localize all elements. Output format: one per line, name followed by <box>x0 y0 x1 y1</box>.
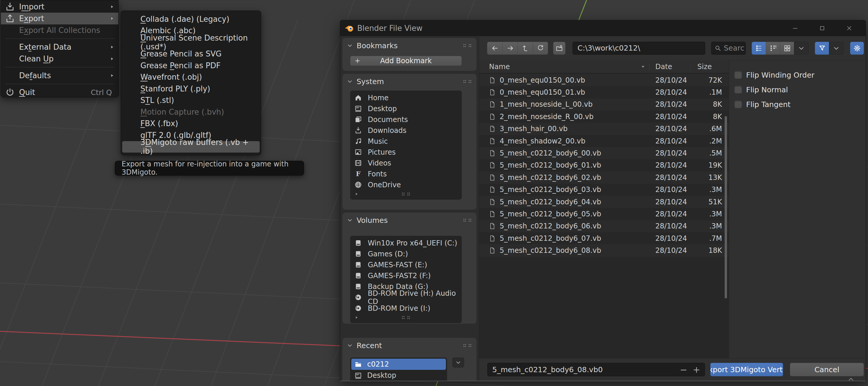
parent-directory-button[interactable] <box>518 42 533 55</box>
directory-path-field[interactable]: C:\3\work\c0212\ <box>572 42 705 55</box>
filename-input[interactable]: 5_mesh_c0212_body6_08.vb0 − + <box>487 363 705 376</box>
filter-toggle-button[interactable] <box>815 42 829 55</box>
sidebar-item-home[interactable]: Home <box>350 92 462 103</box>
file-row[interactable]: 5_mesh_c0212_body6_07.vb28/10/24.7M <box>479 232 729 244</box>
volumes-header[interactable]: Volumes <box>342 215 476 226</box>
filename-increment-button[interactable]: + <box>690 363 702 376</box>
export-confirm-button[interactable]: Export 3DMigoto Vert... <box>710 363 783 376</box>
sidebar-item-music[interactable]: Music <box>350 136 462 147</box>
recent-header[interactable]: Recent <box>342 340 476 351</box>
search-input[interactable]: Searc <box>711 42 746 55</box>
list-footer <box>350 190 462 198</box>
sidebar-item-games-fast2-f-[interactable]: GAMES-FAST2 (F:) <box>350 270 462 281</box>
sidebar-item-documents[interactable]: Documents <box>350 114 462 125</box>
file-row[interactable]: 4_mesh_shadow2_00.vb28/10/24.2M <box>479 135 729 147</box>
submenu-item-stl-stl-[interactable]: STL (.stl) <box>122 95 260 107</box>
view-horizontal-list-button[interactable] <box>766 42 780 55</box>
refresh-button[interactable] <box>533 42 548 55</box>
create-directory-button[interactable] <box>553 42 565 55</box>
file-row[interactable]: 5_mesh_c0212_body6_03.vb28/10/24.3M <box>479 184 729 196</box>
file-row[interactable]: 5_mesh_c0212_body6_01.vb28/10/2419K <box>479 159 729 171</box>
grip-handle-icon[interactable] <box>463 79 472 84</box>
menu-item-defaults[interactable]: Defaults <box>1 70 118 82</box>
triangle-right-icon[interactable] <box>354 192 359 197</box>
file-row[interactable]: 5_mesh_c0212_body6_02.vb28/10/2413K <box>479 171 729 183</box>
minimize-button[interactable] <box>782 22 809 35</box>
recent-item-c0212[interactable]: c0212 <box>351 359 446 370</box>
grip-handle-icon[interactable] <box>463 218 472 222</box>
sidebar-item-pictures[interactable]: Pictures <box>350 147 462 157</box>
view-vertical-list-button[interactable] <box>752 42 766 55</box>
file-icon <box>489 174 496 181</box>
settings-button[interactable] <box>850 42 864 55</box>
sidebar-item-label: BD-ROM Drive (H:) Audio CD <box>368 289 458 306</box>
submenu-item-fbx-fbx-[interactable]: FBX (.fbx) <box>122 118 260 130</box>
column-header-name[interactable]: Name <box>479 63 510 71</box>
file-list-scrollbar[interactable] <box>725 116 727 298</box>
checkbox-unchecked[interactable] <box>734 71 742 79</box>
system-header[interactable]: System <box>342 76 476 87</box>
chevron-up-icon[interactable] <box>846 376 856 381</box>
submenu-item-grease-pencil-as-pdf[interactable]: Grease Pencil as PDF <box>122 60 260 71</box>
file-row[interactable]: 1_mesh_noseside_L_00.vb28/10/248K <box>479 98 729 111</box>
back-button[interactable] <box>487 42 502 55</box>
grip-handle-icon[interactable] <box>402 316 410 320</box>
sidebar-item-onedrive[interactable]: OneDrive <box>350 179 462 190</box>
submenu-item-motion-capture-bvh-[interactable]: Motion Capture (.bvh) <box>122 106 260 118</box>
file-row[interactable]: 5_mesh_c0212_body6_00.vb28/10/24.5M <box>479 147 729 159</box>
menu-item-external-data[interactable]: External Data <box>1 41 118 53</box>
sidebar-item-games-fast-e-[interactable]: GAMES-FAST (E:) <box>350 259 462 270</box>
sidebar-item-fonts[interactable]: FFonts <box>350 169 462 179</box>
menu-item-import[interactable]: Import <box>1 1 118 12</box>
sidebar-item-bd-rom-drive-h-audio-cd[interactable]: BD-ROM Drive (H:) Audio CD <box>350 292 462 303</box>
recent-item-desktop[interactable]: Desktop <box>351 370 446 381</box>
window-titlebar[interactable]: Blender File View <box>340 20 866 36</box>
sidebar-item-games-d-[interactable]: Games (D:) <box>350 248 462 259</box>
sidebar-item-downloads[interactable]: Downloads <box>350 125 462 136</box>
file-browser-footer: 5_mesh_c0212_body6_08.vb0 − + Export 3DM… <box>479 358 866 381</box>
sidebar-item-label: Videos <box>368 159 391 167</box>
recent-options-button[interactable] <box>452 357 464 367</box>
close-button[interactable] <box>836 22 863 35</box>
sidebar-item-win10x-pro-x64-uefi-c-[interactable]: Win10x Pro x64_UEFI (C:) <box>350 238 462 248</box>
view-thumbnails-button[interactable] <box>780 42 794 55</box>
file-row[interactable]: 5_mesh_c0212_body6_08.vb28/10/2418K <box>479 244 729 256</box>
grip-handle-icon[interactable] <box>402 192 410 196</box>
filename-decrement-button[interactable]: − <box>678 363 689 376</box>
file-row[interactable]: 5_mesh_c0212_body6_06.vb28/10/24.3M <box>479 220 729 232</box>
forward-button[interactable] <box>502 42 518 55</box>
sidebar-item-desktop[interactable]: Desktop <box>350 103 462 114</box>
file-icon <box>489 210 496 218</box>
file-row[interactable]: 2_mesh_noseside_R_00.vb28/10/248K <box>479 111 729 123</box>
submenu-item-stanford-ply-ply-[interactable]: Stanford PLY (.ply) <box>122 83 260 95</box>
menu-item-export-all-collections[interactable]: Export All Collections <box>1 24 118 36</box>
file-row[interactable]: 3_mesh_hair_00.vb28/10/24.6M <box>479 123 729 135</box>
sidebar-item-videos[interactable]: Videos <box>350 157 462 169</box>
vertical-list-icon <box>755 44 763 52</box>
checkbox-unchecked[interactable] <box>734 100 742 108</box>
maximize-button[interactable] <box>809 22 836 35</box>
submenu-item-wavefront-obj-[interactable]: Wavefront (.obj) <box>122 71 260 83</box>
menu-item-export[interactable]: Export <box>1 12 118 24</box>
display-settings-dropdown[interactable] <box>794 42 809 55</box>
filter-settings-dropdown[interactable] <box>829 42 844 55</box>
submenu-item-universal-scene-description-usd-[interactable]: Universal Scene Description (.usd*) <box>122 36 260 48</box>
grip-handle-icon[interactable] <box>463 344 472 348</box>
file-row[interactable]: 5_mesh_c0212_body6_04.vb28/10/2451K <box>479 196 729 208</box>
submenu-item-3dmigoto-raw-buffers-vb-ib-[interactable]: 3DMigoto raw buffers (.vb + .ib) <box>122 141 260 153</box>
bookmarks-header[interactable]: Bookmarks <box>342 40 476 51</box>
grip-handle-icon[interactable] <box>463 43 472 48</box>
file-row[interactable]: 0_mesh_equ0150_01.vb28/10/24.1M <box>479 86 729 98</box>
menu-item-quit[interactable]: QuitCtrl Q <box>1 86 118 98</box>
file-row[interactable]: 5_mesh_c0212_body6_05.vb28/10/24.3M <box>479 208 729 220</box>
column-header-size[interactable]: Size <box>698 63 712 71</box>
column-header-date[interactable]: Date <box>655 63 672 71</box>
submenu-item-collada-dae-legacy-[interactable]: Collada (.dae) (Legacy) <box>122 13 260 25</box>
cancel-button[interactable]: Cancel <box>790 363 864 376</box>
add-bookmark-button[interactable]: Add Bookmark <box>350 56 462 66</box>
sidebar-item-label: Home <box>368 94 389 102</box>
file-row[interactable]: 0_mesh_equ0150_00.vb28/10/2472K <box>479 74 729 86</box>
menu-item-clean-up[interactable]: Clean Up <box>1 53 118 65</box>
triangle-right-icon[interactable] <box>354 315 359 320</box>
checkbox-unchecked[interactable] <box>734 86 742 93</box>
